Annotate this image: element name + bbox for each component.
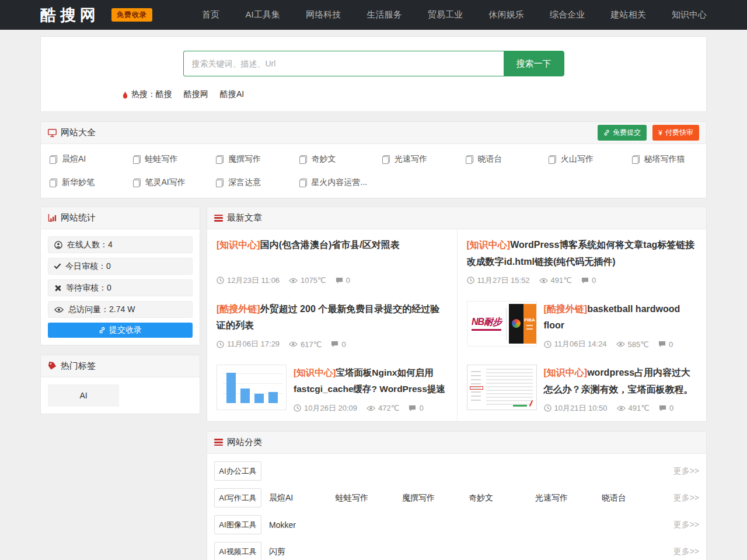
nav-item[interactable]: 网络科技 (306, 9, 341, 20)
hot-tags-panel: 热门标签 AI (40, 355, 200, 414)
site-link[interactable]: 星火内容运营... (291, 171, 374, 194)
article-thumbnail (467, 365, 537, 410)
tag-icon (48, 362, 57, 370)
category-site-link[interactable]: 晨煊AI (269, 493, 336, 503)
category-site-link[interactable]: 闪剪 (269, 547, 336, 557)
category-links: 闪剪 (269, 547, 673, 557)
more-link[interactable]: 更多>> (673, 493, 699, 503)
submit-site-button[interactable]: 提交收录 (48, 323, 193, 338)
site-link[interactable]: 晨煊AI (41, 148, 124, 171)
copy-icon (133, 155, 141, 164)
site-link[interactable]: 火山写作 (540, 148, 623, 171)
category-label[interactable]: AI图像工具 (214, 515, 261, 534)
hot-search-row: 热搜： 酷搜酷搜网酷搜AI (122, 89, 706, 100)
views-icon (539, 278, 548, 284)
clock-icon (294, 404, 301, 412)
category-row: AI视频工具 闪剪 更多>> (214, 538, 699, 560)
more-link[interactable]: 更多>> (673, 520, 699, 530)
clock-icon (544, 341, 551, 348)
article-item[interactable]: [酷搜外链]外贸超过 200 个最新免费目录提交的经过验证的列表 11月06日 … (207, 293, 457, 358)
comments-icon (581, 277, 589, 284)
panel-title: 最新文章 (227, 212, 262, 223)
nav-item[interactable]: 贸易工业 (428, 9, 463, 20)
more-link[interactable]: 更多>> (673, 466, 699, 477)
more-link[interactable]: 更多>> (673, 547, 699, 557)
copy-icon (299, 178, 307, 187)
site-link[interactable]: 光速写作 (374, 148, 457, 171)
article-item[interactable]: [知识中心]WordPress博客系统如何将文章tag标签链接改成数字id.ht… (457, 229, 707, 293)
free-submit-button[interactable]: 免费提交 (598, 125, 647, 141)
category-links: 晨煊AI蛙蛙写作魔撰写作奇妙文光速写作晓语台 (269, 493, 673, 503)
copy-icon (133, 178, 141, 187)
comments-icon (336, 277, 343, 284)
panel-title: 热门标签 (61, 360, 96, 372)
stat-online-users: 在线人数：4 (48, 236, 193, 253)
hot-links: 酷搜酷搜网酷搜AI (156, 89, 244, 100)
views-icon (289, 341, 298, 347)
hot-search-link[interactable]: 酷搜AI (220, 89, 244, 100)
category-site-link[interactable]: 晓语台 (602, 493, 668, 503)
article-title: [知识中心]国内(包含港澳台)省市县/区对照表 (217, 237, 448, 254)
category-site-link[interactable]: 奇妙文 (469, 493, 535, 503)
category-site-link[interactable]: 光速写作 (535, 493, 602, 503)
search-input[interactable] (183, 51, 504, 76)
search-button[interactable]: 搜索一下 (504, 51, 564, 76)
site-link[interactable]: 蛙蛙写作 (124, 148, 208, 171)
hot-search-link[interactable]: 酷搜网 (184, 89, 208, 100)
latest-articles-panel: 最新文章 [知识中心]国内(包含港澳台)省市县/区对照表 12月23日 11:0… (207, 206, 707, 422)
clock-icon (217, 276, 224, 284)
category-site-link[interactable]: Mokker (269, 520, 336, 530)
site-links-grid: 晨煊AI 蛙蛙写作 魔撰写作 奇妙文 (41, 144, 706, 198)
copy-icon (632, 155, 640, 164)
category-row: AI写作工具 晨煊AI蛙蛙写作魔撰写作奇妙文光速写作晓语台 更多>> (214, 485, 699, 512)
nav-item[interactable]: 知识中心 (672, 9, 707, 20)
sidebar: 网站统计 在线人数：4 今日审核：0 等待审核： (40, 206, 200, 414)
article-meta: 11月27日 15:52 491℃ 0 (467, 271, 697, 286)
site-directory-panel: 网站大全 免费提交 ¥ 付费快审 晨煊AI (40, 121, 707, 198)
site-link[interactable]: 新华妙笔 (41, 171, 124, 194)
nav-item[interactable]: 生活服务 (367, 9, 402, 20)
article-meta: 10月21日 10:50 491℃ 0 (544, 398, 697, 414)
nav-item[interactable]: 休闲娱乐 (489, 9, 524, 20)
article-item[interactable]: [知识中心]宝塔面板Nginx如何启用fastcgi_cache缓存? Word… (207, 357, 457, 421)
copy-icon (299, 155, 307, 164)
category-label[interactable]: AI视频工具 (214, 542, 261, 560)
tag-item[interactable]: AI (48, 384, 119, 407)
article-title: [知识中心]wordpress占用内容过大怎么办？亲测有效，宝塔面板教程。 (544, 365, 697, 398)
site-link[interactable]: 笔灵AI写作 (124, 171, 208, 194)
site-logo[interactable]: 酷搜网 (40, 5, 100, 26)
category-label[interactable]: AI办公工具 (214, 461, 261, 481)
comments-icon (659, 405, 666, 412)
article-meta: 12月23日 11:06 1075℃ 0 (217, 271, 448, 286)
site-link[interactable]: 秘塔写作猫 (623, 148, 707, 171)
article-item[interactable]: [知识中心]wordpress占用内容过大怎么办？亲测有效，宝塔面板教程。 10… (457, 357, 707, 421)
search-panel: 搜索一下 热搜： 酷搜酷搜网酷搜AI (40, 36, 707, 112)
category-site-link[interactable]: 魔撰写作 (402, 493, 469, 503)
copy-icon (549, 155, 556, 164)
free-include-badge[interactable]: 免费收录 (111, 8, 152, 22)
views-icon (616, 341, 625, 347)
category-label[interactable]: AI写作工具 (214, 488, 261, 508)
clock-icon (544, 404, 551, 412)
views-icon (366, 405, 375, 411)
nav-item[interactable]: AI工具集 (245, 9, 280, 20)
list-icon (214, 439, 223, 446)
paid-review-button[interactable]: ¥ 付费快审 (652, 125, 699, 141)
site-link[interactable]: 晓语台 (457, 148, 540, 171)
views-icon (617, 405, 626, 411)
article-item[interactable]: NB耐步 FIBA [酷搜外链]basketball hardwood floo… (457, 293, 707, 358)
nav-item[interactable]: 首页 (202, 9, 219, 20)
hot-search-link[interactable]: 酷搜 (156, 89, 172, 100)
site-link[interactable]: 魔撰写作 (207, 148, 291, 171)
monitor-icon (48, 129, 57, 137)
article-item[interactable]: [知识中心]国内(包含港澳台)省市县/区对照表 12月23日 11:06 107… (207, 229, 457, 293)
article-thumbnail (217, 365, 287, 410)
category-site-link[interactable]: 蛙蛙写作 (336, 493, 402, 503)
site-link[interactable]: 奇妙文 (291, 148, 374, 171)
site-link[interactable]: 深言达意 (207, 171, 291, 194)
flame-icon (122, 90, 128, 99)
hot-search-label: 热搜： (131, 89, 156, 100)
nav-item[interactable]: 综合企业 (550, 9, 585, 20)
nav-item[interactable]: 建站相关 (610, 9, 645, 20)
site-stats-panel: 网站统计 在线人数：4 今日审核：0 等待审核： (40, 206, 200, 345)
